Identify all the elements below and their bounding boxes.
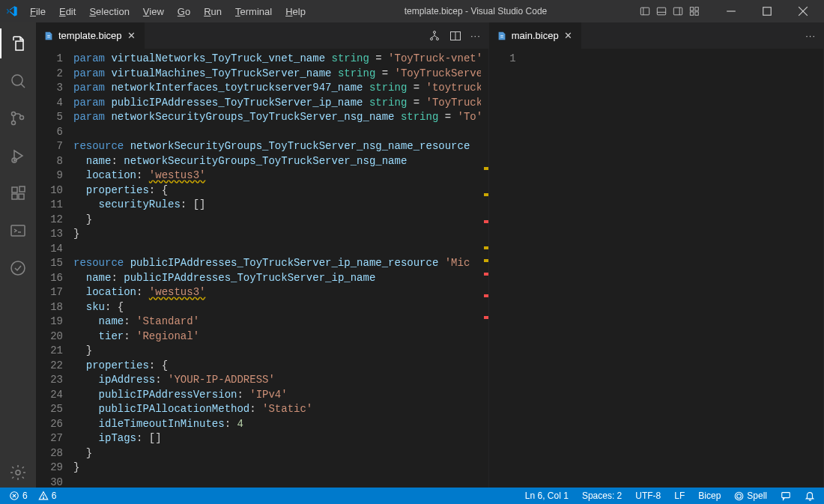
menu-go[interactable]: Go (172, 3, 196, 20)
tab-template-bicep[interactable]: template.bicep ✕ (36, 22, 145, 49)
tab-bar-right: main.bicep ✕ ··· (489, 22, 823, 49)
status-bell-icon[interactable] (802, 491, 818, 501)
terminal-icon[interactable] (0, 216, 36, 246)
svg-point-27 (16, 470, 20, 475)
svg-point-26 (11, 261, 25, 275)
tab-bar-left: template.bicep ✕ ··· (36, 22, 488, 49)
status-spaces[interactable]: Spaces: 2 (579, 491, 625, 501)
layout-grid-icon[interactable] (689, 6, 700, 16)
close-button[interactable] (788, 1, 818, 22)
svg-rect-11 (763, 7, 772, 16)
toggle-secondary-icon[interactable] (673, 6, 683, 16)
svg-rect-24 (11, 225, 25, 236)
status-language[interactable]: Bicep (695, 491, 724, 501)
status-warnings[interactable]: 6 (35, 491, 60, 501)
status-position[interactable]: Ln 6, Col 1 (522, 491, 572, 501)
svg-rect-8 (690, 12, 693, 15)
menu-selection[interactable]: Selection (83, 3, 135, 20)
menu-view[interactable]: View (137, 3, 170, 20)
code-editor-left[interactable]: 1234567891011121314151617181920212223242… (36, 49, 488, 488)
status-errors[interactable]: 6 (6, 491, 31, 501)
toggle-panel-icon[interactable] (656, 6, 667, 16)
svg-point-29 (430, 37, 432, 40)
svg-point-30 (436, 37, 438, 40)
status-spell[interactable]: Spell (731, 491, 770, 501)
menu-edit[interactable]: Edit (53, 3, 82, 20)
svg-rect-21 (12, 194, 17, 199)
svg-point-18 (20, 116, 24, 120)
tab-label: template.bicep (58, 30, 122, 41)
explorer-icon[interactable] (0, 28, 36, 58)
menu-help[interactable]: Help (279, 3, 312, 20)
title-bar: FileEditSelectionViewGoRunTerminalHelp t… (0, 0, 824, 22)
svg-rect-7 (695, 7, 698, 10)
search-icon[interactable] (0, 66, 36, 96)
toggle-sidebar-icon[interactable] (640, 6, 650, 16)
svg-point-16 (12, 112, 16, 116)
svg-line-15 (21, 84, 25, 88)
svg-rect-22 (19, 194, 24, 199)
svg-rect-6 (690, 7, 693, 10)
svg-point-37 (43, 498, 43, 499)
activity-bar (0, 22, 36, 488)
tab-label: main.bicep (512, 30, 559, 41)
svg-point-39 (736, 492, 744, 500)
svg-rect-40 (782, 493, 790, 498)
svg-point-38 (737, 494, 742, 498)
status-eol[interactable]: LF (671, 491, 688, 501)
minimize-button[interactable] (716, 1, 746, 22)
bicep-file-icon (43, 31, 54, 41)
svg-rect-23 (19, 186, 25, 192)
maximize-button[interactable] (752, 1, 782, 22)
vscode-icon (6, 5, 18, 17)
svg-rect-9 (695, 12, 698, 15)
settings-gear-icon[interactable] (0, 458, 36, 488)
window-title: template.bicep - Visual Studio Code (312, 6, 640, 16)
overview-ruler[interactable] (481, 49, 488, 488)
svg-point-17 (12, 121, 16, 125)
svg-rect-20 (12, 187, 17, 192)
svg-rect-0 (640, 7, 649, 15)
more-icon[interactable]: ··· (805, 30, 816, 41)
code-editor-right[interactable]: 1 (489, 49, 823, 488)
menu-file[interactable]: File (24, 3, 52, 20)
status-feedback-icon[interactable] (778, 491, 794, 501)
editor-right: main.bicep ✕ ··· 1 (489, 22, 824, 488)
hierarchy-icon[interactable] (428, 30, 440, 42)
run-debug-icon[interactable] (0, 141, 36, 171)
menu-terminal[interactable]: Terminal (229, 3, 278, 20)
editor-left: template.bicep ✕ ··· 1234567891011121314… (36, 22, 489, 488)
bicep-file-icon (497, 31, 507, 41)
extensions-icon[interactable] (0, 178, 36, 208)
close-icon[interactable]: ✕ (563, 31, 574, 41)
window-controls (640, 1, 818, 22)
svg-point-14 (12, 75, 22, 85)
status-encoding[interactable]: UTF-8 (632, 491, 664, 501)
svg-point-28 (433, 31, 435, 33)
svg-rect-4 (673, 7, 682, 15)
svg-rect-2 (657, 7, 665, 15)
close-icon[interactable]: ✕ (127, 31, 137, 41)
tab-main-bicep[interactable]: main.bicep ✕ (489, 22, 582, 49)
editor-actions-right: ··· (798, 22, 823, 49)
more-icon[interactable]: ··· (470, 30, 481, 41)
source-control-icon[interactable] (0, 103, 36, 133)
menu-run[interactable]: Run (198, 3, 228, 20)
split-editor-icon[interactable] (449, 30, 461, 42)
checkmark-icon[interactable] (0, 253, 36, 283)
editor-actions-left: ··· (421, 22, 488, 49)
menu-bar: FileEditSelectionViewGoRunTerminalHelp (24, 3, 312, 20)
status-bar: 6 6 Ln 6, Col 1 Spaces: 2 UTF-8 LF Bicep… (0, 488, 824, 504)
